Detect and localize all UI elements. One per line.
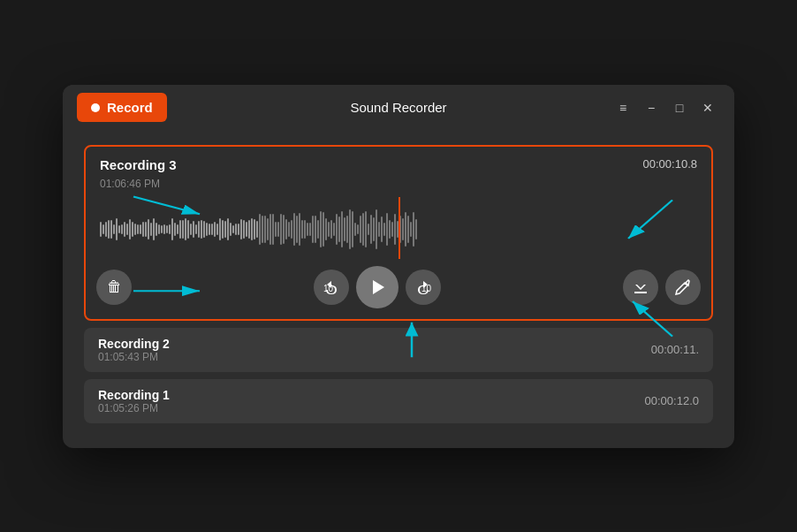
waveform-bar bbox=[413, 212, 414, 246]
forward-button[interactable]: 10 bbox=[406, 270, 441, 305]
waveform-bar bbox=[307, 223, 308, 236]
waveform-bar bbox=[267, 218, 269, 240]
waveform-bar bbox=[272, 214, 274, 244]
waveform-bar bbox=[368, 224, 369, 235]
waveform-bar bbox=[376, 209, 377, 248]
record-label: Record bbox=[107, 100, 153, 115]
waveform-bar bbox=[386, 213, 388, 247]
recording-item-1[interactable]: Recording 1 01:05:26 PM 00:00:12.0 bbox=[84, 379, 713, 423]
waveform-bar bbox=[357, 224, 359, 234]
recording-name: Recording 3 bbox=[100, 157, 177, 172]
waveform-bar bbox=[219, 218, 221, 240]
waveform-bar bbox=[344, 217, 345, 242]
waveform-bar bbox=[158, 224, 160, 234]
waveform-bar bbox=[140, 224, 141, 235]
playback-controls: 🗑 10 bbox=[86, 259, 711, 319]
rewind-button[interactable]: 10 bbox=[314, 270, 349, 305]
play-button[interactable] bbox=[356, 266, 398, 308]
waveform-bar bbox=[317, 220, 319, 239]
waveform-bar bbox=[174, 223, 176, 236]
waveform-bar bbox=[142, 222, 144, 238]
waveform-bar bbox=[293, 213, 295, 246]
waveform-bar bbox=[201, 220, 202, 239]
waveform-bar bbox=[156, 223, 157, 236]
close-button[interactable]: ✕ bbox=[695, 95, 720, 120]
waveform-bar bbox=[285, 219, 287, 239]
inactive-name-2: Recording 2 bbox=[98, 337, 170, 351]
waveform-bar bbox=[301, 220, 303, 239]
inactive-name-1: Recording 1 bbox=[98, 388, 170, 402]
playhead bbox=[398, 197, 400, 259]
waveform-bar bbox=[100, 222, 102, 238]
recording-header: Recording 3 00:00:10.8 bbox=[86, 147, 711, 178]
edit-button[interactable] bbox=[665, 270, 701, 305]
inactive-time-2: 01:05:43 PM bbox=[98, 351, 170, 363]
waveform-bar bbox=[124, 222, 125, 238]
save-button[interactable] bbox=[623, 270, 658, 305]
inactive-item-2: Recording 2 01:05:43 PM 00:00:11. bbox=[84, 328, 713, 372]
waveform-bar bbox=[291, 220, 292, 239]
waveform-bar bbox=[209, 224, 210, 234]
waveform-bar bbox=[333, 223, 335, 235]
waveform-bar bbox=[325, 218, 327, 239]
waveform-bar bbox=[354, 223, 356, 236]
waveform-bar bbox=[373, 217, 375, 242]
window-title: Sound Recorder bbox=[350, 100, 446, 115]
waveform-bar bbox=[206, 223, 208, 236]
waveform-bar bbox=[238, 224, 239, 236]
waveform-bar bbox=[405, 212, 406, 247]
controls-center: 10 10 bbox=[314, 266, 441, 308]
waveform-bar bbox=[171, 218, 173, 239]
controls-right bbox=[623, 270, 701, 305]
maximize-button[interactable]: □ bbox=[667, 95, 692, 120]
waveform-bar bbox=[185, 218, 186, 241]
waveform-bar bbox=[360, 216, 361, 242]
waveform-bar bbox=[288, 222, 290, 236]
waveform-bar bbox=[378, 222, 380, 237]
menu-button[interactable]: ≡ bbox=[611, 95, 635, 120]
inactive-duration-1: 00:00:12.0 bbox=[645, 394, 699, 407]
minimize-button[interactable]: − bbox=[639, 95, 664, 120]
record-dot-icon bbox=[91, 103, 100, 112]
waveform-bar bbox=[121, 224, 123, 234]
waveform-bar bbox=[187, 220, 189, 239]
waveform-bar bbox=[320, 211, 322, 247]
waveform-bar bbox=[243, 220, 245, 239]
waveform-bar bbox=[193, 221, 194, 237]
waveform-bar bbox=[407, 216, 409, 242]
recording-item-2[interactable]: Recording 2 01:05:43 PM 00:00:11. bbox=[84, 328, 713, 372]
waveform-bar bbox=[105, 222, 107, 237]
waveform-bar bbox=[222, 220, 224, 239]
waveform-bar bbox=[280, 214, 282, 245]
waveform-bar bbox=[126, 224, 128, 235]
record-button[interactable]: Record bbox=[77, 93, 167, 122]
waveform-bar bbox=[137, 224, 139, 233]
waveform-bar bbox=[195, 224, 197, 233]
waveform-bar bbox=[341, 211, 343, 248]
waveform-bar bbox=[304, 220, 306, 239]
waveform-bar bbox=[246, 222, 247, 237]
recording-item-active[interactable]: Recording 3 00:00:10.8 01:06:46 PM 🗑 bbox=[84, 145, 713, 321]
waveform-bar bbox=[230, 223, 232, 235]
window-controls: ≡ − □ ✕ bbox=[611, 95, 720, 120]
waveform-bar bbox=[383, 223, 385, 236]
waveform-bar bbox=[328, 222, 330, 236]
waveform-bar bbox=[269, 214, 271, 244]
inactive-duration-2: 00:00:11. bbox=[651, 343, 699, 356]
waveform-bar bbox=[299, 213, 300, 247]
waveform-bar bbox=[296, 216, 298, 242]
delete-button[interactable]: 🗑 bbox=[96, 270, 132, 305]
waveform-bar bbox=[134, 224, 136, 236]
waveform-bar bbox=[262, 216, 263, 244]
waveform-bar bbox=[224, 221, 226, 237]
waveform-bar bbox=[163, 224, 165, 234]
waveform-bar bbox=[240, 219, 242, 240]
waveform-bar bbox=[346, 216, 348, 243]
waveform-bar bbox=[410, 222, 412, 238]
waveform-bar bbox=[145, 222, 147, 237]
waveform-bar bbox=[323, 212, 324, 247]
waveform-bar bbox=[391, 222, 393, 237]
waveform-bar bbox=[182, 220, 184, 238]
waveform-area bbox=[86, 197, 711, 259]
inactive-info-1: Recording 1 01:05:26 PM bbox=[98, 388, 170, 414]
